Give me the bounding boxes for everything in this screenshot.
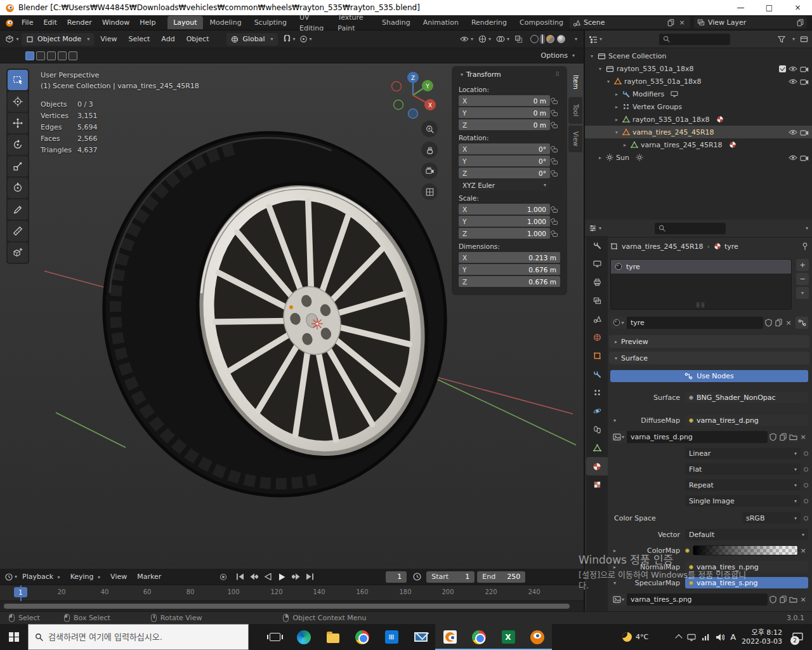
preview-panel-header[interactable]: ▸Preview bbox=[609, 335, 809, 348]
slot-specials-icon[interactable]: ▾ bbox=[796, 287, 809, 299]
animate-dot-icon[interactable] bbox=[804, 516, 808, 521]
timeline-scrollbar-thumb[interactable] bbox=[4, 604, 570, 609]
network-tray-icon[interactable] bbox=[702, 633, 710, 640]
workspace-tab-shading[interactable]: Shading bbox=[376, 16, 416, 29]
breadcrumb-object[interactable]: varna_tires_245_45R18 bbox=[622, 242, 704, 251]
select-mode-new-icon[interactable] bbox=[25, 51, 34, 60]
play-button[interactable] bbox=[275, 571, 288, 583]
navigation-gizmo[interactable]: Z Y X bbox=[388, 66, 438, 124]
lock-icon[interactable] bbox=[550, 146, 560, 152]
editor-type-selector[interactable]: ▾ bbox=[4, 35, 20, 44]
scale-x-field[interactable]: X1.000 bbox=[459, 204, 550, 215]
scale-z-field[interactable]: Z1.000 bbox=[459, 228, 550, 239]
material-name-field[interactable]: tyre bbox=[627, 317, 763, 329]
lock-icon[interactable] bbox=[550, 98, 560, 104]
lock-icon[interactable] bbox=[550, 230, 560, 237]
extension-dropdown[interactable]: Repeat▾ bbox=[685, 479, 801, 491]
3d-viewport[interactable]: User Perspective (1) Scene Collection | … bbox=[0, 63, 584, 569]
outliner-row-mesh-data[interactable]: ▸ rayton_535_01a_18x8 bbox=[585, 113, 812, 126]
tool-cursor[interactable] bbox=[8, 91, 28, 112]
collapse-panel-icon[interactable]: ▾ bbox=[461, 72, 463, 77]
timeline-view-menu[interactable]: View bbox=[105, 573, 132, 581]
material-icon[interactable] bbox=[729, 141, 737, 149]
lock-icon[interactable] bbox=[550, 170, 560, 176]
file-explorer-button[interactable] bbox=[318, 624, 348, 650]
volume-tray-icon[interactable] bbox=[716, 633, 724, 641]
browse-image-icon[interactable]: ▾ bbox=[610, 594, 627, 606]
search-input[interactable] bbox=[48, 632, 232, 642]
shading-rendered-icon[interactable] bbox=[557, 35, 565, 43]
modifier-display-icon[interactable] bbox=[671, 91, 678, 97]
use-nodes-button[interactable]: Use Nodes bbox=[610, 370, 808, 382]
animate-dot-icon[interactable] bbox=[804, 483, 808, 488]
select-mode-subtract-icon[interactable] bbox=[47, 51, 56, 60]
tab-view-layer[interactable] bbox=[586, 291, 608, 310]
camera-view-icon[interactable] bbox=[421, 162, 438, 179]
jump-to-end-button[interactable] bbox=[303, 571, 316, 583]
show-gizmo-icon[interactable]: ▾ bbox=[478, 35, 491, 43]
ime-indicator[interactable]: A bbox=[730, 632, 736, 642]
display-tray-icon[interactable] bbox=[687, 633, 696, 641]
tray-expand-icon[interactable] bbox=[675, 634, 682, 641]
xray-toggle-icon[interactable] bbox=[514, 35, 523, 43]
blender-app-button[interactable] bbox=[435, 624, 464, 650]
tab-view[interactable]: View bbox=[568, 126, 582, 152]
surface-shader-select[interactable]: BNG_Shader_NonOpac bbox=[685, 392, 808, 403]
tool-add-cube[interactable] bbox=[8, 242, 28, 263]
interpolation-dropdown[interactable]: Linear▾ bbox=[685, 448, 801, 459]
taskbar-search[interactable] bbox=[28, 624, 249, 650]
scene-selector[interactable]: Scene × bbox=[570, 17, 690, 29]
copy-image-icon[interactable] bbox=[778, 433, 788, 441]
current-frame-field[interactable]: 1 bbox=[386, 571, 407, 583]
zoom-icon[interactable] bbox=[421, 121, 438, 137]
surface-panel-header[interactable]: ▾Surface bbox=[609, 352, 809, 364]
viewport-menu-view[interactable]: View bbox=[95, 35, 122, 43]
new-view-layer-icon[interactable] bbox=[797, 19, 804, 27]
outliner-row-modifiers[interactable]: ▸ Modifiers bbox=[585, 88, 812, 100]
rotation-mode-dropdown[interactable]: XYZ Euler▾ bbox=[459, 180, 550, 190]
shading-dropdown-icon[interactable]: ▾ bbox=[575, 36, 577, 42]
colormap-color-field[interactable] bbox=[693, 545, 798, 555]
close-button[interactable]: × bbox=[783, 0, 812, 15]
material-slot-list[interactable]: tyre ⣿⣿ bbox=[610, 259, 792, 310]
blender-app-icon[interactable] bbox=[5, 18, 14, 27]
edge-button[interactable] bbox=[289, 624, 318, 650]
snap-magnet-icon[interactable]: ▾ bbox=[283, 35, 296, 43]
play-reverse-button[interactable] bbox=[261, 571, 274, 583]
rotation-z-field[interactable]: Z0° bbox=[459, 168, 550, 178]
tab-tool[interactable] bbox=[586, 236, 608, 255]
properties-editor-type-icon[interactable]: ▾ bbox=[589, 224, 601, 232]
location-z-field[interactable]: Z0 m bbox=[459, 119, 550, 130]
end-frame-field[interactable]: End250 bbox=[477, 571, 525, 583]
diffuse-map-select[interactable]: varna_tires_d.png bbox=[685, 415, 808, 426]
timeline-scrollbar[interactable] bbox=[0, 601, 584, 611]
browse-material-icon[interactable]: ▾ bbox=[610, 317, 627, 329]
outliner-editor-type-icon[interactable]: ▾ bbox=[589, 36, 602, 43]
disable-in-render-icon[interactable] bbox=[800, 65, 809, 72]
tool-select-box[interactable] bbox=[8, 70, 28, 90]
menu-file[interactable]: File bbox=[16, 18, 38, 27]
outliner-row-mesh-data[interactable]: ▸ varna_tires_245_45R18 bbox=[585, 138, 812, 151]
tab-material[interactable] bbox=[586, 457, 608, 475]
shading-wireframe-icon[interactable] bbox=[530, 35, 539, 43]
outliner-row-sun[interactable]: ▸ Sun bbox=[585, 151, 812, 164]
chrome-2-button[interactable] bbox=[464, 624, 494, 650]
next-keyframe-button[interactable] bbox=[289, 571, 302, 583]
hide-in-viewport-icon[interactable] bbox=[789, 66, 797, 72]
fake-user-shield-icon[interactable] bbox=[768, 433, 778, 441]
tab-object[interactable] bbox=[586, 347, 608, 365]
hide-in-viewport-icon[interactable] bbox=[789, 155, 797, 161]
marker-menu[interactable]: Marker bbox=[132, 573, 166, 581]
tool-annotate[interactable] bbox=[8, 199, 28, 220]
expand-colormap-icon[interactable]: ▸ bbox=[613, 548, 616, 554]
projection-dropdown[interactable]: Flat▾ bbox=[685, 463, 801, 475]
image-name-field[interactable]: varna_tires_s.png bbox=[627, 594, 768, 606]
tab-constraints[interactable] bbox=[586, 420, 608, 439]
node-editor-icon[interactable] bbox=[796, 317, 808, 329]
new-scene-icon[interactable] bbox=[667, 18, 674, 27]
workspace-tab-modeling[interactable]: Modeling bbox=[204, 16, 247, 29]
keying-menu[interactable]: Keying ▾ bbox=[65, 573, 105, 581]
fake-user-shield-icon[interactable] bbox=[768, 595, 778, 604]
dimension-y-field[interactable]: Y0.676 m bbox=[459, 264, 560, 275]
tab-physics[interactable] bbox=[586, 402, 608, 420]
